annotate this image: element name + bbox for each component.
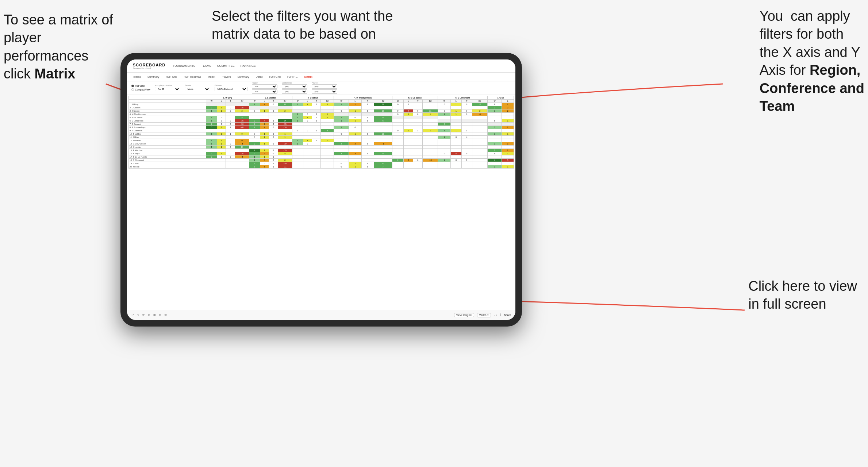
cell-r3-c4-3: 1 <box>423 113 438 116</box>
redo-icon[interactable]: ↪ <box>137 313 139 317</box>
cell-r4-c3-0: 1 <box>334 116 349 119</box>
row-header-8: 9. N Gabrelcik <box>129 129 206 132</box>
gender-select[interactable]: Men's <box>185 87 210 91</box>
cell-r12-c2-1: 0 <box>303 142 312 146</box>
cell-r17-c3-0 <box>334 159 349 162</box>
sub-nav-h2h-heatmap[interactable]: H2H Heatmap <box>182 74 203 79</box>
annotation-top-center-text: Select the filters you want the matrix d… <box>212 8 393 42</box>
table-row: 13. J Skov Olesen110-3210-1910220-113 <box>129 142 514 146</box>
cell-r17-c5-2: 1 <box>461 159 472 162</box>
cell-r14-c2-3 <box>321 149 334 152</box>
nav-teams[interactable]: TEAMS <box>201 64 211 67</box>
cell-r5-c5-2 <box>461 119 472 123</box>
cell-r6-c0-3: -16 <box>235 123 249 126</box>
cell-r3-c3-1 <box>349 113 361 116</box>
division-select[interactable]: NCAA Division I <box>215 87 247 91</box>
cell-r6-c4-3 <box>423 123 438 126</box>
cell-r11-c1-1 <box>260 139 269 142</box>
cell-r4-c2-1: 1 <box>303 116 312 119</box>
cell-r6-c6-1 <box>502 123 514 126</box>
sub-nav-h2h-h[interactable]: H2H H... <box>286 74 299 79</box>
undo-icon[interactable]: ↩ <box>131 313 134 317</box>
cell-r12-c4-3 <box>423 142 438 146</box>
cell-r11-c2-0: 1 <box>292 139 303 142</box>
sub-nav-h2h-grid2[interactable]: H2H Grid <box>268 74 282 79</box>
conference-select-y[interactable]: (All) <box>282 89 307 94</box>
cell-r3-c2-1: 0 <box>303 113 312 116</box>
sub-nav-players[interactable]: Players <box>220 74 232 79</box>
players-select-x[interactable]: (All) <box>312 84 337 89</box>
sub-nav-matrix2[interactable]: Matrix <box>303 74 314 79</box>
filter-bar: Full View Compact View Max players in vi… <box>127 81 515 94</box>
cell-r4-c6-1 <box>502 116 514 119</box>
cell-r16-c2-3 <box>321 155 334 159</box>
table-row: 18. C Sherwood1300220-1010145 <box>129 159 514 162</box>
cell-r7-c5-2 <box>461 126 472 129</box>
compact-view-circle <box>131 88 134 91</box>
cell-r19-c4-1 <box>404 165 413 169</box>
sub-nav-teams[interactable]: Teams <box>131 74 142 79</box>
cell-r19-c6-1: 1 <box>502 165 514 169</box>
sub-t5: T <box>413 100 423 103</box>
cell-r6-c1-0: 2 <box>249 123 260 126</box>
cell-r14-c3-0 <box>334 149 349 152</box>
toolbar: ↩ ↪ ⟳ ⊕ ⊞ ⊖ ⚙ View: Original Watch ▾ ⛶ ⤴… <box>127 310 515 320</box>
cell-r3-c2-2: 0 <box>312 113 321 116</box>
plus-icon[interactable]: ⊕ <box>148 313 150 317</box>
view-radio-group: Full View Compact View <box>131 85 150 91</box>
share-btn[interactable]: Share <box>504 314 511 316</box>
cell-r16-c0-0: 2 <box>206 155 217 159</box>
sub-nav-detail[interactable]: Detail <box>254 74 264 79</box>
settings-icon[interactable]: ⚙ <box>164 313 167 317</box>
cell-r14-c5-2 <box>461 149 472 152</box>
cell-r15-c1-0: 2 <box>249 152 260 155</box>
sub-nav-summary[interactable]: Summary <box>146 74 161 79</box>
minus-icon[interactable]: ⊖ <box>159 313 161 317</box>
sub-nav-summary2[interactable]: Summary <box>236 74 250 79</box>
watch-btn[interactable]: Watch ▾ <box>477 313 491 317</box>
matrix-area[interactable]: 1. W Ding 2. L Clanton 3. J Koivun 4. M … <box>127 94 515 310</box>
sub-nav-h2h-grid[interactable]: H2H Grid <box>164 74 178 79</box>
view-original-btn[interactable]: View: Original <box>454 313 474 317</box>
cell-r15-c0-1: 1 <box>217 152 226 155</box>
sub-nav-matrix[interactable]: Matrix <box>206 74 216 79</box>
nav-committee[interactable]: COMMITTEE <box>217 64 235 67</box>
full-view-label: Full View <box>135 85 145 87</box>
compact-view-radio[interactable]: Compact View <box>131 88 150 91</box>
screen-icon[interactable]: ⛶ <box>494 313 497 317</box>
table-row: 9. N Gabrelcik00090111111 <box>129 129 514 132</box>
region-select-x[interactable]: N/A <box>252 84 277 89</box>
cell-r3-c3-0 <box>334 113 349 116</box>
cell-r16-c2-2 <box>312 155 321 159</box>
grid-icon[interactable]: ⊞ <box>153 313 156 317</box>
cell-r14-c4-2 <box>413 149 423 152</box>
cell-r0-c3-2: 0 <box>361 103 374 106</box>
share-icon[interactable]: ⤴ <box>500 313 501 317</box>
cell-r8-c4-0: 0 <box>392 129 403 132</box>
nav-tournaments[interactable]: TOURNAMENTS <box>173 64 195 67</box>
max-players-select[interactable]: Top 25 <box>155 87 180 91</box>
players-select-y[interactable]: (All) <box>312 89 337 94</box>
region-select-y[interactable]: N/A <box>252 89 277 94</box>
cell-r7-c0-2: 2 <box>226 126 235 129</box>
cell-r13-c0-0: 1 <box>206 146 217 149</box>
nav-rankings[interactable]: RANKINGS <box>241 64 256 67</box>
cell-r18-c2-1 <box>303 162 312 165</box>
cell-r5-c4-0 <box>392 119 403 123</box>
full-view-radio[interactable]: Full View <box>131 85 150 87</box>
cell-r9-c3-0: 0 <box>334 132 349 136</box>
cell-r14-c5-0 <box>438 149 451 152</box>
reload-icon[interactable]: ⟳ <box>142 313 145 317</box>
cell-r16-c6-1 <box>502 155 514 159</box>
cell-r11-c5-2 <box>461 139 472 142</box>
cell-r4-c2-2: 0 <box>312 116 321 119</box>
cell-r16-c2-1 <box>303 155 312 159</box>
annotation-top-left: To see a matrix of player performances c… <box>4 11 117 83</box>
cell-r3-c0-1 <box>217 113 226 116</box>
conference-select-x[interactable]: (All) <box>282 84 307 89</box>
cell-r18-c5-0 <box>438 162 451 165</box>
cell-r9-c1-2: 0 <box>269 132 278 136</box>
cell-r5-c6-1: 1 <box>502 119 514 123</box>
cell-r5-c0-3: -16 <box>235 119 249 123</box>
cell-r2-c0-2: 0 <box>226 109 235 113</box>
